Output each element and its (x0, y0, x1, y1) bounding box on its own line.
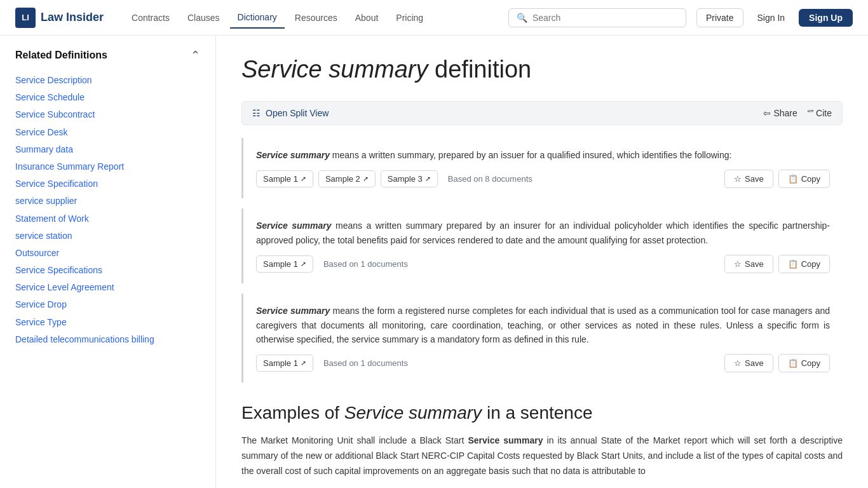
based-on-2: Based on 1 documents (323, 259, 408, 269)
page-container: Related Definitions ⌃ Service Descriptio… (0, 36, 868, 488)
list-item: Service Schedule (15, 90, 200, 105)
page-title-suffix: definition (428, 56, 532, 83)
copy-button-1[interactable]: 📋 Copy (778, 170, 830, 188)
nav-pricing[interactable]: Pricing (388, 8, 431, 28)
logo-text: Law Insider (41, 11, 104, 24)
search-icon: 🔍 (517, 13, 527, 23)
signup-button[interactable]: Sign Up (799, 9, 853, 27)
definition-card-3: Service summary means the form a registe… (241, 294, 843, 383)
external-link-icon: ➚ (425, 175, 431, 183)
sidebar-link-detailed-telecom[interactable]: Detailed telecommunications billing (15, 332, 200, 348)
nav-contracts[interactable]: Contracts (124, 8, 177, 28)
list-item: Service Subcontract (15, 107, 200, 123)
page-title-term: Service summary (241, 56, 428, 83)
external-link-icon: ➚ (301, 359, 306, 367)
logo-link[interactable]: LI Law Insider (15, 8, 104, 28)
sidebar-link-service-supplier[interactable]: service supplier (15, 193, 200, 209)
sample-3-btn-def1[interactable]: Sample 3 ➚ (381, 170, 438, 187)
share-button[interactable]: ⇦ Share (763, 108, 797, 118)
copy-label-2: Copy (801, 259, 820, 269)
sidebar-link-service-specification[interactable]: Service Specification (15, 176, 200, 192)
def-body-2: means a written summary prepared by an i… (256, 220, 830, 245)
save-label-1: Save (745, 174, 764, 184)
sidebar-link-service-schedule[interactable]: Service Schedule (15, 90, 200, 105)
sidebar-link-service-description[interactable]: Service Description (15, 72, 200, 88)
save-button-1[interactable]: ☆ Save (724, 170, 773, 188)
sidebar-list: Service Description Service Schedule Ser… (15, 72, 200, 348)
cite-button[interactable]: “” Cite (808, 108, 832, 118)
sidebar-link-statement-of-work[interactable]: Statement of Work (15, 211, 200, 227)
sidebar-link-summary-data[interactable]: Summary data (15, 142, 200, 158)
sample-1-btn-def3[interactable]: Sample 1 ➚ (256, 355, 313, 372)
list-item: service station (15, 228, 200, 244)
sidebar-link-insurance-summary-report[interactable]: Insurance Summary Report (15, 159, 200, 175)
external-link-icon: ➚ (301, 260, 306, 268)
save-label-2: Save (745, 259, 764, 269)
nav-links: Contracts Clauses Dictionary Resources A… (124, 7, 498, 29)
open-split-view-label: Open Split View (266, 108, 329, 118)
logo-icon: LI (15, 8, 36, 28)
action-group-1: ☆ Save 📋 Copy (724, 170, 830, 188)
sidebar-link-service-level-agreement[interactable]: Service Level Agreement (15, 280, 200, 295)
sample-1-btn-def1[interactable]: Sample 1 ➚ (256, 170, 313, 187)
save-button-3[interactable]: ☆ Save (724, 354, 773, 372)
open-split-view-button[interactable]: ☷ Open Split View (252, 108, 329, 118)
sample-2-btn-def1[interactable]: Sample 2 ➚ (318, 170, 376, 187)
nav-dictionary[interactable]: Dictionary (230, 7, 285, 29)
sidebar-link-outsourcer[interactable]: Outsourcer (15, 245, 200, 261)
example-bold-term: Service summary (468, 435, 543, 445)
split-view-icon: ☷ (252, 108, 261, 118)
list-item: service supplier (15, 193, 200, 209)
external-link-icon: ➚ (301, 175, 306, 183)
definition-card-2: Service summary means a written summary … (241, 208, 843, 283)
def-actions-3: Sample 1 ➚ Based on 1 documents ☆ Save 📋… (256, 354, 830, 372)
sidebar-header: Related Definitions ⌃ (15, 48, 200, 62)
save-button-2[interactable]: ☆ Save (724, 255, 773, 273)
sidebar-link-service-station[interactable]: service station (15, 228, 200, 244)
list-item: Outsourcer (15, 245, 200, 261)
signin-button[interactable]: Sign In (749, 9, 794, 27)
nav-about[interactable]: About (348, 8, 386, 28)
page-title: Service summary definition (241, 56, 843, 83)
based-on-3: Based on 1 documents (323, 358, 408, 368)
def-body-1: means a written summary, prepared by an … (330, 150, 731, 160)
list-item: Service Specifications (15, 262, 200, 278)
navbar: LI Law Insider Contracts Clauses Diction… (0, 0, 868, 36)
def-body-3: means the form a registered nurse comple… (256, 306, 830, 344)
private-button[interactable]: Private (696, 8, 743, 27)
def-actions-2: Sample 1 ➚ Based on 1 documents ☆ Save 📋… (256, 255, 830, 273)
list-item: Detailed telecommunications billing (15, 332, 200, 348)
cite-label: Cite (816, 108, 832, 118)
sidebar-link-service-subcontract[interactable]: Service Subcontract (15, 107, 200, 123)
sidebar: Related Definitions ⌃ Service Descriptio… (0, 36, 216, 488)
list-item: Service Type (15, 315, 200, 330)
action-group-3: ☆ Save 📋 Copy (724, 354, 830, 372)
def-term-1: Service summary (256, 150, 330, 160)
copy-button-3[interactable]: 📋 Copy (778, 354, 830, 372)
sample-1-btn-def2[interactable]: Sample 1 ➚ (256, 255, 313, 273)
def-term-2: Service summary (256, 220, 332, 231)
star-icon-1: ☆ (734, 174, 742, 184)
definition-text-3: Service summary means the form a registe… (256, 304, 830, 346)
list-item: Statement of Work (15, 211, 200, 227)
based-on-1: Based on 8 documents (448, 174, 532, 184)
nav-clauses[interactable]: Clauses (180, 8, 227, 28)
sidebar-link-service-drop[interactable]: Service Drop (15, 297, 200, 313)
list-item: Insurance Summary Report (15, 159, 200, 175)
examples-title-suffix: in a sentence (487, 403, 593, 423)
sidebar-link-service-desk[interactable]: Service Desk (15, 125, 200, 140)
copy-button-2[interactable]: 📋 Copy (778, 255, 830, 273)
cite-icon: “” (808, 108, 813, 118)
examples-title: Examples of Service summary in a sentenc… (241, 403, 843, 423)
list-item: Service Specification (15, 176, 200, 192)
search-input[interactable] (532, 13, 678, 23)
examples-title-prefix: Examples of (241, 403, 339, 423)
nav-resources[interactable]: Resources (287, 8, 345, 28)
toolbar: ☷ Open Split View ⇦ Share “” Cite (241, 101, 843, 125)
list-item: Summary data (15, 142, 200, 158)
sidebar-link-service-specifications[interactable]: Service Specifications (15, 262, 200, 278)
sidebar-link-service-type[interactable]: Service Type (15, 315, 200, 330)
list-item: Service Drop (15, 297, 200, 313)
external-link-icon: ➚ (363, 175, 369, 183)
sidebar-toggle[interactable]: ⌃ (191, 48, 200, 62)
